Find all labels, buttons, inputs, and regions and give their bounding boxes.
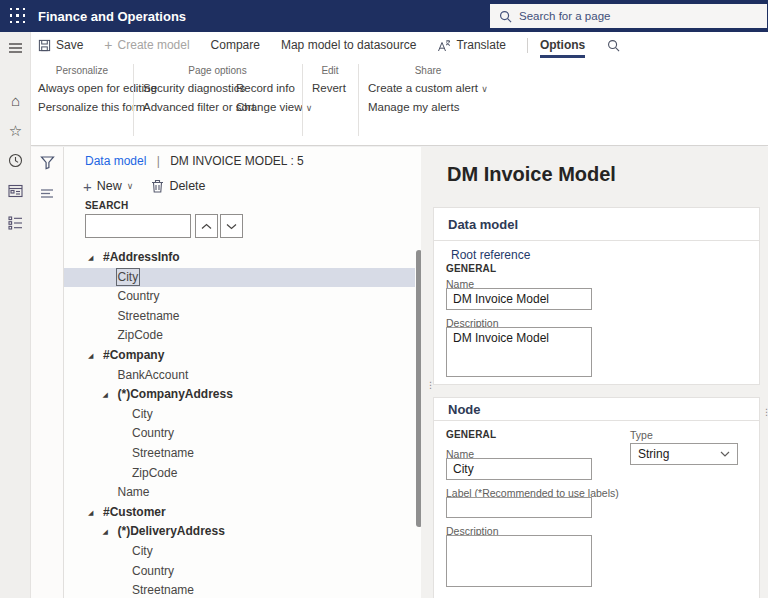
filter-funnel-icon[interactable] bbox=[31, 155, 63, 174]
tree-node-city[interactable]: City bbox=[64, 268, 415, 288]
node-description-input[interactable] bbox=[446, 535, 592, 587]
expanded-triangle-icon[interactable]: ◢ bbox=[103, 522, 118, 542]
new-label: New bbox=[97, 179, 122, 193]
app-launcher-waffle-icon[interactable] bbox=[10, 8, 26, 24]
model-description-input[interactable]: DM Invoice Model bbox=[446, 327, 592, 377]
trash-icon bbox=[151, 179, 164, 193]
action-pane-separator bbox=[527, 38, 528, 53]
favorites-star-icon[interactable]: ☆ bbox=[0, 123, 31, 139]
change-view-button[interactable]: Change view ∨ bbox=[236, 101, 312, 113]
tree-node-deliveryaddress[interactable]: ◢(*)DeliveryAddress bbox=[64, 522, 415, 542]
search-previous-button[interactable] bbox=[195, 214, 218, 238]
tree-node-label: (*)DeliveryAddress bbox=[118, 524, 225, 538]
root-reference-button[interactable]: Root reference bbox=[451, 248, 530, 262]
tree-node-country[interactable]: Country bbox=[64, 562, 415, 582]
tree-node-zipcode[interactable]: ZipCode bbox=[64, 464, 415, 484]
map-model-to-datasource-button[interactable]: Map model to datasource bbox=[281, 32, 416, 58]
node-type-value: String bbox=[638, 447, 669, 461]
save-button[interactable]: Save bbox=[38, 32, 83, 58]
change-view-label: Change view bbox=[236, 101, 302, 113]
record-info-button[interactable]: Record info bbox=[236, 82, 295, 94]
options-tab[interactable]: Options bbox=[540, 32, 585, 58]
expanded-triangle-icon[interactable]: ◢ bbox=[88, 503, 103, 523]
page-title: DM Invoice Model bbox=[447, 163, 616, 186]
tree-node-addressinfo[interactable]: ◢#AddressInfo bbox=[64, 248, 415, 268]
action-search-button[interactable] bbox=[607, 32, 620, 58]
chevron-up-icon bbox=[201, 223, 212, 230]
translate-label: Translate bbox=[456, 38, 506, 52]
tree-search-input[interactable] bbox=[85, 214, 191, 238]
tree-node-streetname[interactable]: Streetname bbox=[64, 307, 415, 327]
data-model-section-header[interactable]: Data model bbox=[434, 208, 759, 241]
modules-list-icon[interactable] bbox=[0, 216, 31, 234]
pane-splitter-handle[interactable]: ⋮ bbox=[426, 383, 430, 387]
global-search-box[interactable] bbox=[490, 4, 767, 28]
node-type-select[interactable]: String bbox=[630, 443, 738, 465]
general-group-label: GENERAL bbox=[446, 429, 496, 440]
section-title: Edit bbox=[302, 65, 358, 76]
search-next-button[interactable] bbox=[220, 214, 243, 238]
plus-icon: + bbox=[104, 39, 112, 51]
action-pane: Save + Create model Compare Map model to… bbox=[31, 32, 768, 58]
manage-my-alerts-button[interactable]: Manage my alerts bbox=[368, 101, 459, 113]
general-group-label: GENERAL bbox=[446, 263, 496, 274]
tree-node-label: (*)CompanyAddress bbox=[118, 387, 233, 401]
security-diagnostics-button[interactable]: Security diagnostics bbox=[143, 82, 245, 94]
tree-node-city[interactable]: City bbox=[64, 405, 415, 425]
node-label-input[interactable] bbox=[446, 497, 592, 518]
tree-node-label: Streetname bbox=[132, 583, 194, 597]
node-name-input[interactable] bbox=[446, 458, 592, 480]
tree-node-streetname[interactable]: Streetname bbox=[64, 444, 415, 464]
options-ribbon-flyout: Personalize Always open for editing Pers… bbox=[31, 58, 768, 146]
node-section-header[interactable]: Node bbox=[434, 398, 759, 421]
translate-button[interactable]: Translate bbox=[437, 32, 506, 58]
tree-node-country[interactable]: Country bbox=[64, 424, 415, 444]
compare-button[interactable]: Compare bbox=[211, 32, 260, 58]
tree-node-bankaccount[interactable]: BankAccount bbox=[64, 366, 415, 386]
tree: ◢#AddressInfoCityCountryStreetnameZipCod… bbox=[64, 248, 415, 598]
revert-button[interactable]: Revert bbox=[312, 82, 346, 94]
map-model-label: Map model to datasource bbox=[281, 38, 416, 52]
chevron-down-icon: ∨ bbox=[127, 181, 134, 191]
ribbon-section-share: Share Create a custom alert ∨ Manage my … bbox=[358, 58, 498, 146]
tree-node-streetname[interactable]: Streetname bbox=[64, 581, 415, 598]
home-icon[interactable]: ⌂ bbox=[0, 93, 31, 109]
tree-node-label: BankAccount bbox=[118, 368, 189, 382]
tree-node-label: Streetname bbox=[132, 446, 194, 460]
details-pane: ⋮ DM Invoice Model Data model Root refer… bbox=[421, 147, 768, 598]
breadcrumb: Data model | DM INVOICE MODEL : 5 bbox=[85, 154, 304, 168]
expanded-triangle-icon[interactable]: ◢ bbox=[103, 385, 118, 405]
pane-collapse-icon[interactable] bbox=[31, 185, 63, 203]
model-name-input[interactable] bbox=[446, 288, 592, 310]
tree-node-city[interactable]: City bbox=[64, 542, 415, 562]
delete-label: Delete bbox=[169, 179, 205, 193]
pane-splitter-handle[interactable]: ⋮ bbox=[762, 410, 766, 414]
ribbon-section-page-options: Page options Security diagnostics Advanc… bbox=[133, 58, 302, 146]
compare-label: Compare bbox=[211, 38, 260, 52]
tree-node-companyaddress[interactable]: ◢(*)CompanyAddress bbox=[64, 385, 415, 405]
tree-node-label: #Customer bbox=[103, 505, 166, 519]
expanded-triangle-icon[interactable]: ◢ bbox=[88, 248, 103, 268]
tree-node-name[interactable]: Name bbox=[64, 483, 415, 503]
global-search-input[interactable] bbox=[519, 10, 739, 22]
recent-clock-icon[interactable] bbox=[0, 153, 31, 172]
tree-node-label: City bbox=[132, 544, 153, 558]
hamburger-menu-icon[interactable] bbox=[0, 40, 31, 58]
personalize-this-form-button[interactable]: Personalize this form bbox=[38, 101, 145, 113]
tree-node-country[interactable]: Country bbox=[64, 287, 415, 307]
create-custom-alert-button[interactable]: Create a custom alert ∨ bbox=[368, 82, 488, 94]
tree-node-zipcode[interactable]: ZipCode bbox=[64, 326, 415, 346]
tree-node-customer[interactable]: ◢#Customer bbox=[64, 503, 415, 523]
delete-button[interactable]: Delete bbox=[151, 179, 205, 193]
workspaces-icon[interactable] bbox=[0, 184, 31, 202]
tree-node-company[interactable]: ◢#Company bbox=[64, 346, 415, 366]
node-section: Node GENERAL Name Label (*Recommended to… bbox=[433, 397, 760, 598]
section-title: Page options bbox=[133, 65, 302, 76]
expanded-triangle-icon[interactable]: ◢ bbox=[88, 346, 103, 366]
breadcrumb-page-link[interactable]: Data model bbox=[85, 154, 146, 168]
create-model-label: Create model bbox=[118, 38, 190, 52]
tree-toolbar: + New ∨ Delete bbox=[83, 175, 224, 197]
new-button[interactable]: + New ∨ bbox=[83, 178, 133, 195]
app-title: Finance and Operations bbox=[38, 9, 186, 24]
create-model-button[interactable]: + Create model bbox=[104, 32, 189, 58]
